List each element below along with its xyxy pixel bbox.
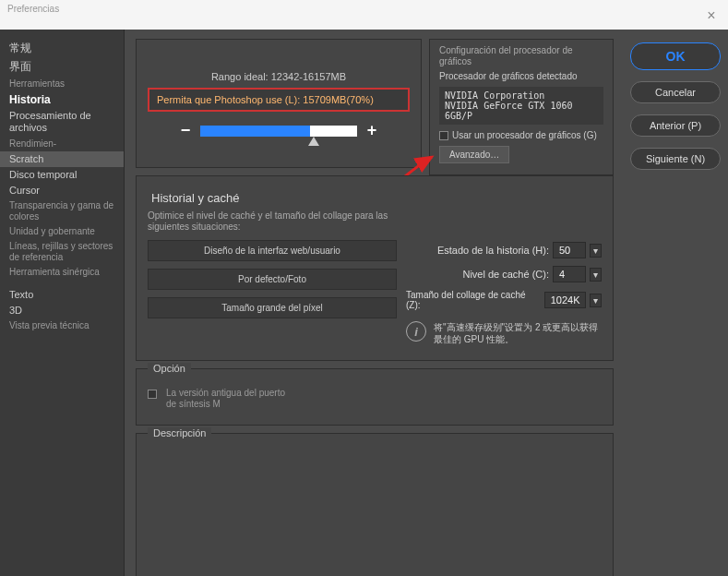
sidebar-item-performance[interactable]: Rendimien- (0, 137, 124, 151)
sidebar-item-units[interactable]: Unidad y gobernante (0, 224, 124, 239)
preset-web-button[interactable]: Diseño de la interfaz web/usuario (148, 240, 397, 261)
option-legacy-label: La versión antigua del puerto de síntesi… (166, 388, 295, 410)
memory-ideal-label: Rango ideal: 12342-16157MB (148, 71, 410, 82)
memory-decrease-button[interactable]: − (178, 121, 193, 140)
description-panel: Descripción (136, 433, 614, 576)
gpu-vendor: NVIDIA Corporation (445, 90, 598, 101)
history-states-input[interactable]: 50 (553, 242, 586, 258)
sidebar: 常规 界面 Herramientas Historia Procesamient… (0, 30, 125, 576)
gpu-use-checkbox[interactable]: Usar un procesador de gráficos (G) (439, 130, 603, 140)
main: 常规 界面 Herramientas Historia Procesamient… (0, 30, 728, 576)
cache-info-text: 将"高速缓存级别"设置为 2 或更高以获得最佳的 GPU 性能。 (434, 321, 602, 345)
sidebar-item-general[interactable]: 常规 (0, 39, 124, 57)
sidebar-item-plugins[interactable]: Herramienta sinérgica (0, 265, 124, 280)
chevron-down-icon[interactable]: ▾ (590, 294, 602, 307)
gpu-detected-label: Procesador de gráficos detectado (439, 71, 603, 81)
sidebar-item-text[interactable]: Texto (0, 287, 124, 303)
history-subtitle: Optimice el nivel de caché y el tamaño d… (148, 210, 415, 233)
titlebar: Preferencias × (0, 0, 728, 30)
gpu-panel: Configuración del procesador de gráficos… (429, 39, 614, 175)
option-panel: Opción La versión antigua del puerto de … (136, 368, 614, 426)
cache-info-row: i 将"高速缓存级别"设置为 2 或更高以获得最佳的 GPU 性能。 (406, 321, 602, 345)
memory-slider-fill (200, 126, 310, 137)
description-title: Descripción (148, 427, 211, 438)
cache-level-input[interactable]: 4 (553, 266, 586, 282)
history-states-row: Estado de la historia (H): 50 ▾ (406, 242, 602, 258)
gpu-advanced-button[interactable]: Avanzado… (439, 146, 509, 163)
memory-slider-track[interactable] (200, 126, 357, 137)
gpu-info-box: NVIDIA Corporation NVIDIA GeForce GTX 10… (439, 87, 603, 125)
preset-default-button[interactable]: Por defecto/Foto (148, 269, 397, 290)
ok-button[interactable]: OK (630, 42, 721, 70)
window-title: Preferencias (7, 4, 59, 14)
cache-tile-input[interactable]: 1024K (544, 292, 586, 308)
next-button[interactable]: Siguiente (N) (630, 148, 721, 170)
sidebar-item-scratchdisk[interactable]: Disco temporal (0, 167, 124, 183)
sidebar-item-tools[interactable]: Herramientas (0, 77, 124, 91)
cache-tile-row: Tamaño del collage de caché (Z): 1024K ▾ (406, 290, 602, 310)
history-cache-panel: Historial y caché Optimice el nivel de c… (136, 175, 614, 361)
memory-increase-button[interactable]: + (364, 121, 379, 140)
sidebar-item-history[interactable]: Historia (0, 91, 124, 108)
info-icon: i (406, 321, 426, 342)
preset-bigpixel-button[interactable]: Tamaño grande del píxel (148, 297, 397, 318)
history-states-label: Estado de la historia (H): (437, 245, 549, 256)
history-title: Historial y caché (148, 187, 602, 210)
sidebar-item-interface[interactable]: 界面 (0, 57, 124, 76)
gpu-heading: Configuración del procesador de gráficos (439, 45, 603, 67)
sidebar-item-guides[interactable]: Líneas, rejillas y sectores de referenci… (0, 239, 124, 265)
option-title: Opción (148, 363, 191, 374)
checkbox-icon (439, 131, 448, 140)
cache-level-label: Nivel de caché (C): (462, 269, 549, 280)
chevron-down-icon[interactable]: ▾ (590, 244, 602, 258)
sidebar-item-scratch[interactable]: Scratch (0, 151, 124, 167)
cancel-button[interactable]: Cancelar (630, 81, 721, 103)
chevron-down-icon[interactable]: ▾ (590, 268, 602, 282)
sidebar-item-3d[interactable]: 3D (0, 303, 124, 318)
memory-slider-thumb[interactable] (308, 137, 319, 146)
memory-allow-field[interactable]: Permita que Photoshop use (L): 15709MB(7… (148, 88, 410, 112)
sidebar-item-transparency[interactable]: Transparencia y gama de colores (0, 198, 124, 224)
sidebar-item-techpreview[interactable]: Vista previa técnica (0, 318, 124, 333)
gpu-model: NVIDIA GeForce GTX 1060 6GB/P (445, 101, 598, 121)
checkbox-icon[interactable] (148, 390, 157, 399)
close-icon[interactable]: × (702, 7, 721, 24)
cache-level-row: Nivel de caché (C): 4 ▾ (406, 266, 602, 282)
sidebar-item-filehandling[interactable]: Procesamiento de archivos (0, 108, 124, 136)
cache-tile-label: Tamaño del collage de caché (Z): (406, 290, 541, 310)
content: Rango ideal: 12342-16157MB Permita que P… (125, 30, 623, 576)
memory-panel: Rango ideal: 12342-16157MB Permita que P… (136, 39, 422, 168)
previous-button[interactable]: Anterior (P) (630, 114, 721, 137)
sidebar-item-cursor[interactable]: Cursor (0, 183, 124, 198)
memory-slider: − + (148, 121, 410, 140)
button-column: OK Cancelar Anterior (P) Siguiente (N) (623, 30, 728, 576)
